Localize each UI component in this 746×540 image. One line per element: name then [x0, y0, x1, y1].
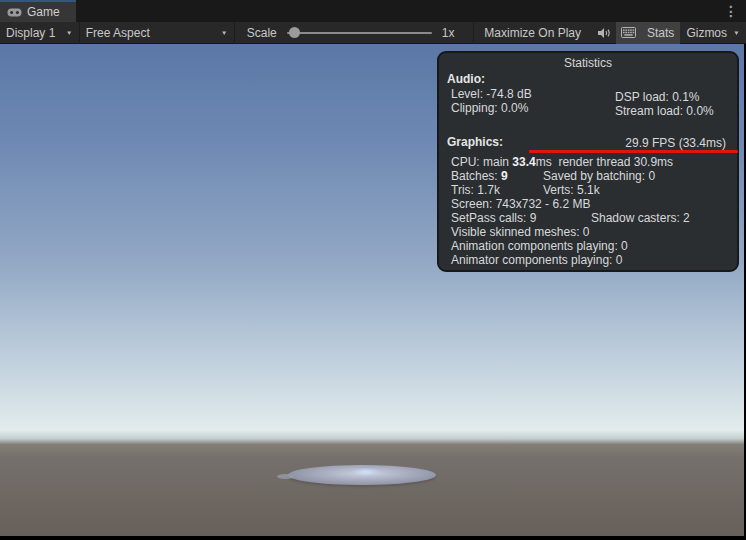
shadow-casters: Shadow casters: 2	[591, 212, 690, 225]
particle-splash	[277, 474, 294, 479]
game-view-toolbar: Display 1 ▼ Free Aspect ▼ Scale 1x Maxim…	[0, 22, 746, 44]
aspect-dropdown-value: Free Aspect	[86, 26, 150, 40]
animator-components: Animator components playing: 0	[451, 254, 727, 267]
tab-game-label: Game	[27, 5, 60, 19]
cpu-suffix: ms render thread 30.9ms	[536, 155, 673, 169]
fps-counter: 29.9 FPS (33.4ms)	[625, 136, 726, 150]
gizmos-dropdown[interactable]: Gizmos ▼	[680, 22, 746, 44]
keyboard-icon	[621, 27, 636, 38]
gizmos-dropdown-value: Gizmos	[686, 26, 727, 40]
scale-slider-thumb[interactable]	[289, 27, 300, 38]
stats-toggle-button[interactable]: Stats	[641, 22, 680, 44]
audio-heading: Audio:	[447, 73, 727, 86]
chevron-down-icon: ▼	[66, 30, 73, 36]
aspect-ratio-dropdown[interactable]: Free Aspect ▼	[80, 22, 235, 44]
animation-components: Animation components playing: 0	[451, 240, 727, 253]
keyboard-toggle-button[interactable]	[616, 22, 641, 44]
screen-info: Screen: 743x732 - 6.2 MB	[451, 198, 727, 211]
saved-by-batching: Saved by batching: 0	[543, 170, 655, 183]
batches-label: Batches:	[451, 169, 501, 183]
maximize-on-play-button[interactable]: Maximize On Play	[473, 22, 591, 44]
scale-slider-track[interactable]	[287, 32, 432, 34]
statistics-title: Statistics	[439, 57, 737, 70]
tab-game[interactable]: Game	[0, 0, 76, 22]
annotation-red-underline	[529, 150, 738, 153]
cpu-main-value: 33.4	[512, 155, 535, 169]
chevron-down-icon: ▼	[221, 30, 228, 36]
gamepad-icon	[7, 8, 22, 17]
scale-slider[interactable]	[287, 22, 432, 44]
mute-audio-button[interactable]	[591, 22, 616, 44]
visible-skinned-meshes: Visible skinned meshes: 0	[451, 226, 727, 239]
cpu-timing: CPU: main 33.4ms render thread 30.9ms	[451, 156, 727, 169]
unity-game-window: Game ⋮ Display 1 ▼ Free Aspect ▼ Scale 1…	[0, 0, 746, 540]
display-dropdown-value: Display 1	[6, 26, 55, 40]
game-render-viewport[interactable]: Statistics Audio: Level: -74.8 dB Clippi…	[0, 44, 744, 536]
particle-highlight	[352, 468, 380, 476]
speaker-icon	[597, 27, 611, 39]
stream-load: Stream load: 0.0%	[615, 105, 714, 118]
display-dropdown[interactable]: Display 1 ▼	[0, 22, 80, 44]
chevron-down-icon: ▼	[733, 30, 740, 36]
batches-value: 9	[501, 169, 508, 183]
statistics-panel: Statistics Audio: Level: -74.8 dB Clippi…	[437, 51, 739, 272]
verts: Verts: 5.1k	[543, 184, 600, 197]
scale-label: Scale	[241, 22, 283, 44]
dsp-load: DSP load: 0.1%	[615, 91, 700, 104]
scale-value: 1x	[436, 22, 462, 44]
cpu-prefix: CPU: main	[451, 155, 512, 169]
kebab-menu-icon[interactable]: ⋮	[724, 1, 738, 21]
tab-bar: Game ⋮	[0, 0, 746, 22]
